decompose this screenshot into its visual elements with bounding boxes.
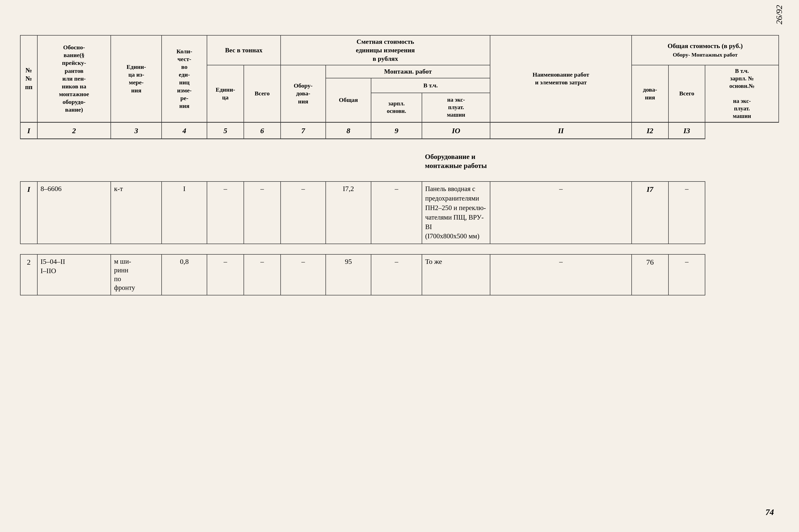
row2-num: 2 [20, 254, 37, 295]
row1-num: I [20, 182, 37, 244]
index-9: 9 [371, 122, 422, 139]
header-kol: Коли-чест-воеди-ницизме-ре-ния [162, 35, 207, 122]
row1-edinicy: к-т [111, 182, 162, 244]
header-edinicy: Едини-ца из-мере-ния [111, 35, 162, 122]
header-sm-mont-zarp: зарпл.основн. [371, 93, 422, 122]
main-table: №№пп Обосно-вание(§прейску-рантовили пен… [20, 35, 779, 296]
row1-obsh-obor: – [490, 182, 631, 244]
page-number-bottom: 74 [765, 508, 774, 517]
spacer-row [20, 139, 779, 149]
row2-kol: 0,8 [162, 254, 207, 295]
table-row: I 8–6606 к-т I – – – I7,2 – Панель вводн… [20, 182, 779, 244]
section-header-text: Оборудование имонтажные работы [422, 149, 490, 173]
header-naim: Наименование работи элементов затрат [490, 35, 631, 122]
index-4: 4 [162, 122, 207, 139]
row1-sm-obor: – [280, 182, 326, 244]
row2-sm-mont-obsh: 95 [326, 254, 371, 295]
index-13: I3 [669, 122, 705, 139]
header-obsh-obor: дова-ния [632, 65, 669, 122]
header-vt-group: В т.ч. [371, 78, 490, 93]
row1-sm-mont-obsh: I7,2 [326, 182, 371, 244]
row1-naim: Панель вводная спредохранителямиПН2–250 … [422, 182, 490, 244]
index-row: I 2 3 4 5 6 7 8 9 IO II I2 I3 [20, 122, 779, 139]
header-num: №№пп [20, 35, 37, 122]
row1-ves-ed: – [207, 182, 244, 244]
row2-edinicy: м ши-риннпофронту [111, 254, 162, 295]
row1-obsh-vsego: I7 [632, 182, 669, 244]
row2-obosn: I5–04–III–IIО [37, 254, 111, 295]
index-1: I [20, 122, 37, 139]
header-obosn: Обосно-вание(§прейску-рантовили пен-нико… [37, 35, 111, 122]
header-sm-mont-obsh: Общая [326, 78, 371, 122]
row2-ves-vsego: – [244, 254, 280, 295]
index-10: IO [422, 122, 490, 139]
row2-naim: То же [422, 254, 490, 295]
table-row: 2 I5–04–III–IIО м ши-риннпофронту 0,8 – … [20, 254, 779, 295]
row1-obosn: 8–6606 [37, 182, 111, 244]
header-obsh-vt: В т.ч.зарпл. №основн.№на экс-плуат.машин [705, 65, 779, 122]
header-ves-vsego: Всего [244, 65, 280, 122]
row1-kol: I [162, 182, 207, 244]
index-5: 5 [207, 122, 244, 139]
header-sm-mont-expl: на экс-плуат.машин [422, 93, 490, 122]
header-ves-group: Вес в тоннах [207, 35, 280, 65]
header-montazh-group: Монтажн. работ [326, 65, 490, 78]
row2-obsh-obor: – [490, 254, 631, 295]
row1-obsh-vt: – [669, 182, 705, 244]
index-2: 2 [37, 122, 111, 139]
header-ves-ed: Едини-ца [207, 65, 244, 122]
index-12: I2 [632, 122, 669, 139]
row2-obsh-vt: – [669, 254, 705, 295]
index-8: 8 [326, 122, 371, 139]
row1-ves-vsego: – [244, 182, 280, 244]
row2-sm-mont-zarp: – [371, 254, 422, 295]
header-obsh-group: Общая стоимость (в руб.)Обору- Монтажных… [632, 35, 779, 65]
row1-sm-mont-zarp: – [371, 182, 422, 244]
row2-ves-ed: – [207, 254, 244, 295]
spacer-row-2 [20, 173, 779, 182]
index-3: 3 [111, 122, 162, 139]
header-obsh-vsego: Всего [669, 65, 705, 122]
row2-sm-obor: – [280, 254, 326, 295]
header-sm-group: Сметная стоимостьединицы измеренияв рубл… [280, 35, 490, 65]
header-row-1: №№пп Обосно-вание(§прейску-рантовили пен… [20, 35, 779, 65]
header-sm-obor: Обору-дова-ния [280, 65, 326, 122]
spacer-row-3 [20, 244, 779, 254]
index-6: 6 [244, 122, 280, 139]
row2-obsh-vsego: 76 [632, 254, 669, 295]
index-7: 7 [280, 122, 326, 139]
index-11: II [490, 122, 631, 139]
section-header-row: Оборудование имонтажные работы [20, 149, 779, 173]
